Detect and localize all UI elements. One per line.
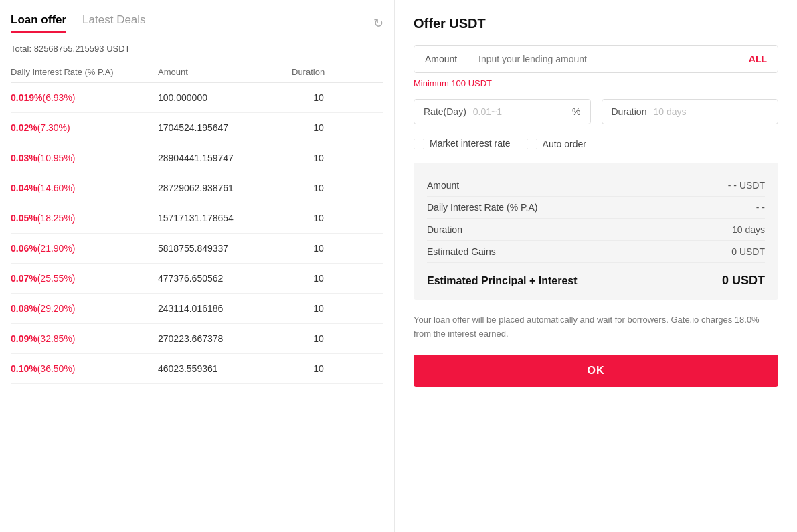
duration-box: Duration 10 days bbox=[602, 99, 779, 124]
rate-value: 0.01~1 bbox=[473, 106, 572, 117]
duration-cell: 10 bbox=[292, 303, 345, 314]
rate-annual: (29.20%) bbox=[37, 303, 76, 314]
table-row[interactable]: 0.07%(25.55%)477376.65056210 bbox=[11, 264, 383, 294]
market-interest-checkbox[interactable] bbox=[414, 139, 424, 149]
table-row[interactable]: 0.03%(10.95%)28904441.15974710 bbox=[11, 143, 383, 173]
table-row[interactable]: 0.10%(36.50%)46023.55936110 bbox=[11, 354, 383, 384]
duration-cell: 10 bbox=[292, 213, 345, 224]
rate-cell: 0.019%(6.93%) bbox=[11, 92, 158, 103]
duration-cell: 10 bbox=[292, 273, 345, 284]
all-button[interactable]: ALL bbox=[749, 54, 767, 64]
rate-annual: (32.85%) bbox=[37, 333, 76, 344]
duration-cell: 10 bbox=[292, 363, 345, 374]
rate-cell: 0.05%(18.25%) bbox=[11, 213, 158, 224]
left-panel: Loan offer Latest Deals ↻ Total: 8256875… bbox=[0, 0, 395, 532]
tabs-row: Loan offer Latest Deals ↻ bbox=[11, 13, 383, 33]
rate-main: 0.02% bbox=[11, 122, 37, 133]
table-row[interactable]: 0.02%(7.30%)1704524.19564710 bbox=[11, 113, 383, 143]
rate-main: 0.07% bbox=[11, 273, 37, 284]
market-interest-checkbox-item[interactable]: Market interest rate bbox=[414, 138, 511, 149]
duration-cell: 10 bbox=[292, 153, 345, 163]
summary-row-label: Estimated Gains bbox=[427, 246, 496, 257]
rate-cell: 0.04%(14.60%) bbox=[11, 183, 158, 193]
rate-main: 0.09% bbox=[11, 333, 37, 344]
duration-cell: 10 bbox=[292, 243, 345, 254]
col-header-rate: Daily Interest Rate (% P.A) bbox=[11, 67, 158, 77]
rate-annual: (10.95%) bbox=[37, 153, 76, 163]
table-row[interactable]: 0.05%(18.25%)15717131.17865410 bbox=[11, 203, 383, 234]
amount-cell: 243114.016186 bbox=[158, 303, 292, 314]
notice-text: Your loan offer will be placed automatic… bbox=[414, 313, 778, 341]
rate-cell: 0.02%(7.30%) bbox=[11, 122, 158, 133]
rate-cell: 0.03%(10.95%) bbox=[11, 153, 158, 163]
rate-cell: 0.10%(36.50%) bbox=[11, 363, 158, 374]
rate-annual: (14.60%) bbox=[37, 183, 76, 193]
tab-latest-deals[interactable]: Latest Deals bbox=[82, 13, 146, 33]
auto-order-label: Auto order bbox=[543, 139, 586, 149]
table-row[interactable]: 0.09%(32.85%)270223.66737810 bbox=[11, 324, 383, 354]
market-interest-label: Market interest rate bbox=[430, 138, 511, 149]
auto-order-checkbox-item[interactable]: Auto order bbox=[527, 139, 586, 149]
table-row[interactable]: 0.019%(6.93%)100.00000010 bbox=[11, 83, 383, 113]
summary-row-label: Daily Interest Rate (% P.A) bbox=[427, 202, 537, 213]
checkboxes-row: Market interest rate Auto order bbox=[414, 138, 778, 149]
auto-order-checkbox[interactable] bbox=[527, 139, 537, 149]
summary-row: Estimated Gains0 USDT bbox=[427, 241, 765, 263]
rate-label: Rate(Day) bbox=[424, 106, 466, 117]
rate-annual: (6.93%) bbox=[42, 92, 75, 103]
amount-cell: 28729062.938761 bbox=[158, 183, 292, 193]
table-body: 0.019%(6.93%)100.000000100.02%(7.30%)170… bbox=[11, 83, 383, 384]
amount-input[interactable] bbox=[478, 54, 749, 64]
rate-annual: (21.90%) bbox=[37, 243, 76, 254]
tab-loan-offer[interactable]: Loan offer bbox=[11, 13, 66, 33]
amount-row: Amount ALL bbox=[414, 45, 778, 73]
total-row: Total: 82568755.215593 USDT bbox=[11, 43, 383, 54]
right-panel: Offer USDT Amount ALL Minimum 100 USDT R… bbox=[395, 0, 797, 532]
rate-cell: 0.08%(29.20%) bbox=[11, 303, 158, 314]
table-row[interactable]: 0.04%(14.60%)28729062.93876110 bbox=[11, 173, 383, 203]
col-header-amount: Amount bbox=[158, 67, 292, 77]
col-header-duration: Duration bbox=[292, 67, 345, 77]
rate-main: 0.08% bbox=[11, 303, 37, 314]
rate-main: 0.05% bbox=[11, 213, 37, 224]
duration-cell: 10 bbox=[292, 333, 345, 344]
rate-annual: (36.50%) bbox=[37, 363, 76, 374]
table-header: Daily Interest Rate (% P.A) Amount Durat… bbox=[11, 62, 383, 83]
summary-row-label: Amount bbox=[427, 180, 459, 191]
rate-main: 0.03% bbox=[11, 153, 37, 163]
summary-row-value: - - USDT bbox=[728, 180, 765, 191]
duration-cell: 10 bbox=[292, 122, 345, 133]
rate-box: Rate(Day) 0.01~1 % bbox=[414, 99, 591, 124]
amount-cell: 477376.650562 bbox=[158, 273, 292, 284]
summary-box: Amount- - USDTDaily Interest Rate (% P.A… bbox=[414, 163, 778, 300]
duration-label: Duration bbox=[612, 106, 647, 117]
refresh-icon[interactable]: ↻ bbox=[373, 16, 383, 31]
summary-row-label: Duration bbox=[427, 224, 462, 235]
summary-total-label: Estimated Principal + Interest bbox=[427, 275, 578, 287]
rate-main: 0.019% bbox=[11, 92, 42, 103]
rate-main: 0.10% bbox=[11, 363, 37, 374]
table-row[interactable]: 0.06%(21.90%)5818755.84933710 bbox=[11, 234, 383, 264]
rate-annual: (7.30%) bbox=[37, 122, 70, 133]
rate-annual: (25.55%) bbox=[37, 273, 76, 284]
summary-row: Amount- - USDT bbox=[427, 175, 765, 197]
summary-row-value: 10 days bbox=[732, 224, 765, 235]
amount-cell: 270223.667378 bbox=[158, 333, 292, 344]
amount-cell: 46023.559361 bbox=[158, 363, 292, 374]
amount-cell: 100.000000 bbox=[158, 92, 292, 103]
duration-cell: 10 bbox=[292, 92, 345, 103]
rate-unit: % bbox=[572, 106, 580, 117]
summary-total-value: 0 USDT bbox=[722, 274, 765, 288]
amount-cell: 15717131.178654 bbox=[158, 213, 292, 224]
min-notice: Minimum 100 USDT bbox=[414, 78, 778, 88]
rate-cell: 0.09%(32.85%) bbox=[11, 333, 158, 344]
tab-container: Loan offer Latest Deals bbox=[11, 13, 146, 33]
rate-duration-row: Rate(Day) 0.01~1 % Duration 10 days bbox=[414, 99, 778, 124]
table-row[interactable]: 0.08%(29.20%)243114.01618610 bbox=[11, 294, 383, 324]
duration-cell: 10 bbox=[292, 183, 345, 193]
offer-title: Offer USDT bbox=[414, 16, 778, 31]
rate-main: 0.04% bbox=[11, 183, 37, 193]
amount-cell: 5818755.849337 bbox=[158, 243, 292, 254]
amount-cell: 1704524.195647 bbox=[158, 122, 292, 133]
ok-button[interactable]: OK bbox=[414, 355, 778, 387]
